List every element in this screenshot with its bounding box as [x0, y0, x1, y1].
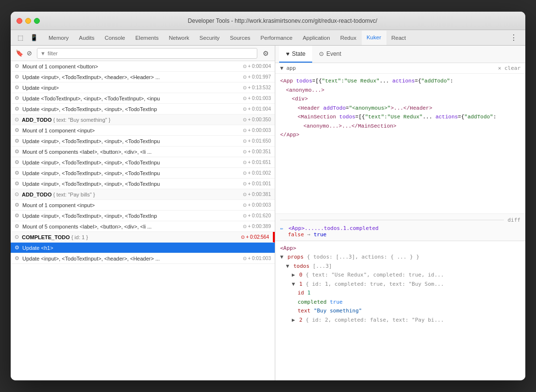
tree-line: <App todos=[{"text":"Use Redux"... actio…	[280, 77, 520, 86]
filter-input[interactable]	[48, 50, 254, 56]
devtools-tab-bar: ⬚ 📱 Memory Audits Console Elements Netwo…	[11, 30, 525, 46]
tab-state[interactable]: ♥ State	[279, 46, 312, 63]
minimize-button[interactable]	[25, 18, 31, 24]
event-label: Mount of 1 component <button>	[22, 64, 239, 69]
list-item[interactable]: ⚙ Update <input>, <TodoTextInput>, <head…	[11, 72, 275, 82]
tab-elements[interactable]: Elements	[131, 30, 164, 45]
settings-icon[interactable]: ⚙	[260, 48, 271, 59]
tab-memory[interactable]: Memory	[44, 30, 74, 45]
tree-line: </App>	[280, 131, 520, 140]
main-content: 🔖 ⊘ ▼ ⚙ ⚙ Mount of 1 component <button> …	[11, 46, 525, 380]
todo-item-0: ▶ 0 { text: "Use Redux", completed: true…	[292, 271, 520, 280]
list-item[interactable]: ⚙ Update <input>, <TodoTextInput>, <inpu…	[11, 179, 275, 189]
event-time: ⊙ + 0:00:350	[243, 117, 271, 122]
expand-item1[interactable]: ▼	[292, 281, 295, 287]
event-label: ADD_TODO { text: "Buy something" }	[22, 117, 239, 123]
list-item[interactable]: ⚙ Update <h1>	[11, 243, 275, 253]
event-label: COMPLETE_TODO { id: 1 }	[22, 234, 237, 240]
component-tree: <App todos=[{"text":"Use Redux"... actio…	[275, 74, 525, 213]
tab-react[interactable]: React	[386, 30, 411, 45]
list-item[interactable]: ⚙ Update <input>, <TodoTextInput>, <inpu…	[11, 136, 275, 147]
heart-icon: ♥	[286, 50, 289, 57]
event-time: ⊙ + 0:01:003	[243, 96, 271, 101]
tab-performance[interactable]: Performance	[256, 30, 298, 45]
list-item[interactable]: ⊙ ADD_TODO { text: "Buy something" } ⊙ +…	[11, 114, 275, 125]
list-item[interactable]: ⚙ Mount of 5 components <label>, <button…	[11, 221, 275, 232]
event-label: ADD_TODO { text: "Pay bills" }	[22, 192, 239, 197]
traffic-lights	[17, 18, 40, 24]
arrow-icon: →	[307, 231, 314, 238]
component-name-line: <App>	[280, 244, 520, 253]
cancel-icon[interactable]: ⊘	[24, 49, 34, 58]
event-time: ⊙ + 0:00:381	[243, 192, 271, 197]
tab-console[interactable]: Console	[100, 30, 131, 45]
event-time: ⊙ + 0:00:389	[243, 224, 271, 229]
update-icon: ⚙	[15, 84, 19, 91]
list-item[interactable]: ⊙ ADD_TODO { text: "Pay bills" } ⊙ + 0:0…	[11, 189, 275, 200]
todos-line: ▼ todos [...3]	[286, 262, 520, 271]
event-label: Update <input>, <TodoTextInput>, <header…	[22, 74, 239, 80]
list-item[interactable]: ⚙ Mount of 1 component <input> ⊙ + 0:00:…	[11, 125, 275, 136]
event-time: ⊙ + 0:00:004	[243, 64, 271, 69]
expand-item2[interactable]: ▶	[292, 317, 295, 323]
maximize-button[interactable]	[34, 18, 40, 24]
list-item[interactable]: ⚙ Update <input>, <TodoTextInput>, <inpu…	[11, 104, 275, 114]
event-time: ⊙ + 0:01:003	[243, 256, 271, 261]
tab-event[interactable]: ⊙ Event	[312, 46, 348, 63]
more-tabs-icon[interactable]: ⋮	[506, 33, 521, 42]
event-label: Mount of 5 components <label>, <button>,…	[22, 149, 239, 155]
props-tree-node: ▼ todos [...3] ▶ 0 { text: "U	[280, 262, 520, 325]
update-icon: ⚙	[15, 138, 19, 144]
filter-icon2: ▼	[280, 65, 284, 71]
titlebar: Developer Tools - http://work.krasimirts…	[11, 12, 525, 30]
filter-icon: ▼	[40, 50, 46, 56]
left-toolbar: 🔖 ⊘ ▼ ⚙	[11, 46, 275, 61]
todo-item-1: ▼ 1 { id: 1, completed: true, text: "Buy…	[292, 280, 520, 289]
tab-network[interactable]: Network	[164, 30, 195, 45]
list-item[interactable]: ⚙ Update <input>, <TodoTextInput>, <head…	[11, 253, 275, 264]
diff-line: ✏ <App>......todos.1.completed	[280, 225, 520, 231]
event-time: ⊙ + 0:02:564	[241, 234, 269, 240]
device-icon[interactable]: 📱	[28, 32, 40, 44]
props-section: <App> ▼ props { todos: [...3], actions: …	[275, 241, 525, 381]
action-icon: ⊙	[15, 116, 19, 123]
event-label: Update <TodoTextInput>, <input>, <TodoTe…	[22, 96, 239, 101]
tree-line: <div>	[280, 95, 520, 104]
list-item[interactable]: ⚙ Update <input> ⊙ + 0:13:532	[11, 82, 275, 93]
clear-button[interactable]: ✕ clear	[498, 65, 520, 71]
update-icon: ⚙	[15, 255, 19, 261]
bookmark-icon[interactable]: 🔖	[15, 49, 24, 58]
list-item[interactable]: ⚙ Update <input>, <TodoTextInput>, <inpu…	[11, 168, 275, 179]
list-item[interactable]: ⚙ Mount of 5 components <label>, <button…	[11, 147, 275, 157]
tab-kuker[interactable]: Kuker	[362, 31, 386, 46]
item1-id: id 1	[298, 289, 520, 298]
event-time: ⊙ + 0:01:620	[243, 213, 271, 218]
section-header: ▼ app ✕ clear	[275, 63, 525, 74]
diff-section: diff ✏ <App>......todos.1.completed fals…	[275, 213, 525, 241]
tab-application[interactable]: Application	[298, 30, 335, 45]
event-time: ⊙ + 0:00:003	[243, 202, 271, 208]
update-icon: ⚙	[15, 223, 19, 229]
event-label: Update <input>, <TodoTextInput>, <input>…	[22, 181, 239, 187]
event-time: ⊙ + 0:01:997	[243, 74, 271, 80]
list-item[interactable]: ⚙ Update <TodoTextInput>, <input>, <Todo…	[11, 93, 275, 104]
filter-input-wrap: ▼	[37, 48, 257, 59]
update-icon: ⚙	[15, 74, 19, 80]
expand-item0[interactable]: ▶	[292, 272, 295, 278]
todos-tree-node: ▶ 0 { text: "Use Redux", completed: true…	[286, 271, 520, 325]
event-label: Mount of 1 component <input>	[22, 202, 239, 208]
tab-audits[interactable]: Audits	[74, 30, 100, 45]
expand-todos[interactable]: ▼	[286, 263, 289, 269]
list-item[interactable]: ⚙ Update <input>, <TodoTextInput>, <inpu…	[11, 211, 275, 221]
list-item[interactable]: ⚙ Update <input>, <TodoTextInput>, <inpu…	[11, 157, 275, 168]
list-item[interactable]: ⚙ Mount of 1 component <input> ⊙ + 0:00:…	[11, 200, 275, 211]
tab-redux[interactable]: Redux	[335, 30, 362, 45]
expand-props[interactable]: ▼	[280, 254, 284, 260]
tab-security[interactable]: Security	[195, 30, 225, 45]
tree-line: <MainSection todos=[{"text":"Use Redux".…	[280, 113, 520, 122]
list-item[interactable]: ⚙ Mount of 1 component <button> ⊙ + 0:00…	[11, 61, 275, 72]
tab-sources[interactable]: Sources	[225, 30, 255, 45]
list-item[interactable]: ⊙ COMPLETE_TODO { id: 1 } ⊙ + 0:02:564	[11, 232, 275, 243]
close-button[interactable]	[17, 18, 22, 24]
inspect-icon[interactable]: ⬚	[15, 32, 26, 44]
